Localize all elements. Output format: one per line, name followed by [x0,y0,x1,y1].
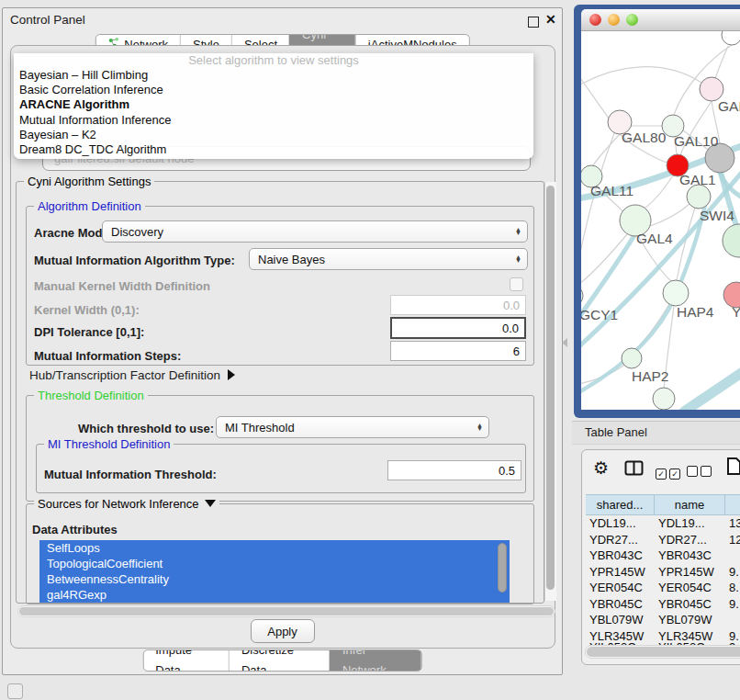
label-gal80: GAL80 [622,130,667,145]
tab-impute-data[interactable]: Impute Data [143,650,229,671]
label-hap2: HAP2 [632,368,669,384]
menu-item-bayesian-hill-climbing[interactable]: Bayesian – Hill Climbing [14,68,533,83]
label-galx: GAL [718,98,740,114]
menu-item-aracne[interactable]: ARACNE Algorithm [14,97,533,112]
data-attributes-label: Data Attributes [32,523,118,536]
close-panel-icon[interactable]: ✕ [545,12,556,27]
kernel-width-field[interactable]: 0.0 [390,295,526,315]
tab-impute-data-label: Impute Data [155,649,217,672]
mi-threshold-group-title: MI Threshold Definition [44,437,174,451]
mi-threshold-value: 0.5 [499,464,515,478]
algorithm-definition-group: Algorithm Definition Aracne Mode: Discov… [26,206,534,366]
cyni-algorithm-settings-group: Cyni Algorithm Settings Algorithm Defini… [16,181,544,604]
menu-item-mutual-information[interactable]: Mutual Information Inference [14,113,533,128]
label-y: Y [732,304,740,320]
manual-kernel-width-checkbox[interactable] [510,277,523,291]
mi-steps-field[interactable]: 6 [390,341,526,361]
select-all-checks-icon[interactable]: ✓✓ [656,464,683,480]
node-partial-top[interactable] [722,31,740,45]
stepper-arrows-icon: ▲▼ [477,417,483,437]
column-header-name[interactable]: name [655,494,725,515]
table-row[interactable]: YER054CYER054C8. [586,580,740,596]
node-hap4[interactable] [663,280,689,306]
gear-icon[interactable]: ⚙ [593,457,609,479]
aracne-mode-value: Discovery [111,225,163,239]
table-panel-header: Table Panel [572,421,740,445]
sources-group-title[interactable]: Sources for Network Inference [34,497,219,511]
hub-definition-label: Hub/Transcription Factor Definition [29,368,220,382]
sources-group: Sources for Network Inference Data Attri… [26,503,534,604]
menu-item-dream8[interactable]: Dream8 DC_TDC Algorithm [14,142,533,157]
threshold-definition-title: Threshold Definition [34,389,148,402]
tab-infer-network-label: Infer Network [342,649,409,672]
sources-group-title-label: Sources for Network Inference [38,497,199,511]
control-panel-title: Control Panel [10,13,85,27]
label-gcy1: GCY1 [581,307,618,322]
node-partial-bottom[interactable] [653,388,675,410]
new-table-icon[interactable] [726,457,740,480]
expand-right-icon [228,369,235,380]
table-panel-title: Table Panel [585,425,647,439]
table-row[interactable]: YPR145WYPR145W9. [586,564,740,581]
dpi-tolerance-label: DPI Tolerance [0,1]: [34,325,144,339]
network-canvas[interactable]: GAL GAL80 GAL10 GAL1 GAL11 SWI4 GAL4 GCY… [581,31,740,410]
mi-type-value: Naive Bayes [258,253,325,266]
which-threshold-combo[interactable]: MI Threshold ▲▼ [216,416,489,438]
screen: Control Panel ✕ Network Style Select [0,0,740,700]
columns-icon[interactable] [624,460,644,480]
label-swi4: SWI4 [700,208,734,223]
data-attributes-list: SelfLoops TopologicalCoefficient Between… [39,540,510,603]
network-node-labels: GAL GAL80 GAL10 GAL1 GAL11 SWI4 GAL4 GCY… [581,98,740,384]
cyni-bottom-tabbar: Impute Data Discretize Data Infer Networ… [142,649,422,672]
collapse-down-icon [205,500,216,507]
node-hap2[interactable] [622,348,642,368]
close-window-icon[interactable] [589,14,601,26]
cyni-algorithm-settings-title: Cyni Algorithm Settings [24,175,154,188]
minimize-window-icon[interactable] [608,14,620,26]
zoom-window-icon[interactable] [626,14,638,26]
mi-threshold-label: Mutual Information Threshold: [44,468,217,481]
menu-item-basic-correlation[interactable]: Basic Correlation Inference [14,83,533,97]
table-row[interactable]: YBL079WYBL079W [586,612,740,628]
mi-steps-label: Mutual Information Steps: [34,349,181,363]
node-partial-right[interactable] [723,224,740,257]
table-row[interactable]: YBR045CYBR045C9. [586,596,740,613]
kernel-width-label: Kernel Width (0,1): [34,303,140,317]
settings-vertical-scrollbar[interactable] [544,182,556,601]
table-horizontal-scrollbar[interactable] [585,645,740,659]
dpi-tolerance-field[interactable]: 0.0 [390,317,526,339]
table-row[interactable]: YBR043CYBR043C [586,548,740,564]
dpi-tolerance-value: 0.0 [502,322,519,335]
list-item-topologicalcoefficient[interactable]: TopologicalCoefficient [39,556,510,571]
settings-horizontal-scrollbar[interactable] [17,605,555,617]
list-item-betweennesscentrality[interactable]: BetweennessCentrality [39,571,510,587]
list-item-gal4rgexp[interactable]: gal4RGexp [39,587,510,603]
tab-discretize-data[interactable]: Discretize Data [229,650,330,671]
list-item-selfloops[interactable]: SelfLoops [39,540,510,556]
mi-threshold-group: MI Threshold Definition Mutual Informati… [36,444,526,493]
label-gal11: GAL11 [590,183,633,198]
tab-infer-network[interactable]: Infer Network [330,650,421,671]
label-gal4: GAL4 [636,231,673,246]
minimized-panel-button[interactable] [7,683,23,699]
node-gcy1[interactable] [581,285,583,307]
deselect-all-checks-icon[interactable] [687,464,714,480]
network-window-titlebar[interactable] [581,9,740,31]
threshold-definition-group: Threshold Definition Which threshold to … [26,395,534,502]
table-row[interactable]: YDL19...YDL19...13 [586,515,740,532]
menu-item-bayesian-k2[interactable]: Bayesian – K2 [14,128,533,142]
network-graph: GAL GAL80 GAL10 GAL1 GAL11 SWI4 GAL4 GCY… [581,31,740,410]
splitter-handle[interactable] [562,338,567,347]
float-panel-icon[interactable] [528,17,539,28]
list-scrollbar-thumb[interactable] [498,543,507,593]
node-swi4[interactable] [687,185,711,209]
hub-definition-toggle[interactable]: Hub/Transcription Factor Definition [29,368,235,382]
table-row[interactable]: YDR27...YDR27...12 [586,532,740,548]
mi-type-combo[interactable]: Naive Bayes ▲▼ [249,248,528,270]
mi-threshold-field[interactable]: 0.5 [387,460,521,480]
manual-kernel-width-label: Manual Kernel Width Definition [34,279,210,293]
aracne-mode-combo[interactable]: Discovery ▲▼ [102,220,528,243]
column-header-shared[interactable]: shared... [586,494,655,515]
column-header-partial[interactable] [725,494,740,515]
apply-button[interactable]: Apply [251,619,315,643]
